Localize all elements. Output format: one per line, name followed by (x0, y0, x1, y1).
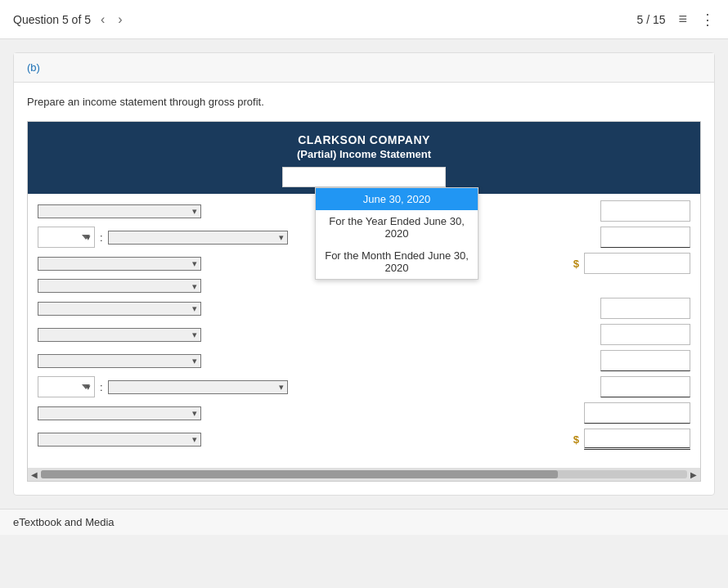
row2-sel-large-wrap (108, 231, 288, 245)
stmt-row-8: : (38, 376, 690, 397)
row2-dropdown-small[interactable] (38, 227, 95, 248)
header-right: 5 / 15 ≡ ⋮ (636, 11, 715, 29)
row3-sel-wrap (38, 257, 201, 271)
row2-dropdown-large[interactable] (108, 231, 288, 245)
row4-dropdown[interactable] (38, 279, 201, 293)
nav-back-button[interactable]: ‹ (97, 11, 108, 29)
row4-sel-wrap (38, 279, 201, 293)
date-option-0[interactable]: June 30, 2020 (316, 188, 478, 210)
statement-header: CLARKSON COMPANY (Partial) Income Statem… (28, 122, 700, 194)
row8-input[interactable] (600, 376, 690, 397)
nav-forward-button[interactable]: › (115, 11, 125, 29)
row5-sel-wrap (38, 302, 201, 316)
scroll-left-arrow[interactable]: ◀ (31, 470, 38, 479)
date-selector-container: June 30, 2020 For the Year Ended June 30… (282, 167, 446, 187)
row10-input[interactable] (584, 429, 690, 450)
row3-dollar: $ (573, 258, 579, 270)
row8-colon: : (100, 381, 103, 393)
stmt-row-4 (38, 279, 690, 293)
row6-sel-wrap (38, 328, 201, 342)
main-content: (b) Prepare an income statement through … (0, 39, 728, 509)
scroll-right-arrow[interactable]: ▶ (690, 470, 697, 479)
company-name: CLARKSON COMPANY (38, 133, 690, 146)
row3-dropdown[interactable] (38, 257, 201, 271)
section-label: (b) (14, 53, 714, 83)
list-icon-button[interactable]: ≡ (678, 11, 687, 28)
row8-sel-small-wrap (38, 376, 95, 397)
footer-label: eTextbook and Media (13, 516, 115, 528)
scroll-thumb[interactable] (41, 470, 558, 478)
row1-sel-wrap (38, 204, 201, 218)
row2-colon: : (100, 231, 103, 244)
row7-dropdown[interactable] (38, 354, 201, 368)
card-body: Prepare an income statement through gros… (14, 83, 714, 495)
row10-dollar: $ (573, 433, 579, 446)
header-left: Question 5 of 5 ‹ › (13, 11, 126, 29)
question-label: Question 5 of 5 (13, 13, 91, 26)
footer-bar: eTextbook and Media (0, 509, 728, 535)
row2-sel-small-wrap (38, 227, 95, 248)
row6-dropdown[interactable] (38, 328, 201, 342)
row7-input[interactable] (600, 350, 690, 371)
stmt-row-6 (38, 324, 690, 345)
row8-dropdown-small[interactable] (38, 376, 95, 397)
row9-sel-wrap (38, 406, 201, 420)
row5-dropdown[interactable] (38, 302, 201, 316)
date-option-2[interactable]: For the Month Ended June 30, 2020 (316, 245, 478, 279)
more-icon: ⋮ (700, 11, 715, 28)
stmt-row-10: $ (38, 429, 690, 450)
row2-input[interactable] (600, 227, 690, 248)
row9-input[interactable] (584, 402, 690, 424)
row8-sel-large-wrap (108, 380, 288, 394)
row9-dropdown[interactable] (38, 406, 201, 420)
scroll-track[interactable] (41, 470, 687, 478)
date-dropdown[interactable] (282, 167, 446, 187)
row6-input[interactable] (600, 324, 690, 345)
row10-sel-wrap (38, 433, 201, 447)
list-icon: ≡ (678, 11, 687, 27)
row1-dropdown[interactable] (38, 204, 201, 218)
row1-input[interactable] (600, 200, 690, 222)
stmt-row-7 (38, 350, 690, 371)
row7-sel-wrap (38, 354, 201, 368)
horizontal-scrollbar[interactable]: ◀ ▶ (28, 468, 700, 481)
date-dropdown-wrap: June 30, 2020 For the Year Ended June 30… (38, 167, 690, 187)
instruction-text: Prepare an income statement through gros… (27, 96, 701, 108)
stmt-row-5 (38, 298, 690, 319)
row8-dropdown-large[interactable] (108, 380, 288, 394)
question-card: (b) Prepare an income statement through … (13, 52, 715, 496)
more-options-button[interactable]: ⋮ (700, 11, 715, 29)
stmt-row-9 (38, 402, 690, 424)
date-option-1[interactable]: For the Year Ended June 30, 2020 (316, 210, 478, 245)
header-bar: Question 5 of 5 ‹ › 5 / 15 ≡ ⋮ (0, 0, 728, 39)
statement-container: CLARKSON COMPANY (Partial) Income Statem… (27, 121, 701, 482)
row3-input[interactable] (584, 253, 690, 274)
progress-text: 5 / 15 (636, 13, 665, 26)
statement-subtitle: (Partial) Income Statement (38, 148, 690, 160)
date-dropdown-popup: June 30, 2020 For the Year Ended June 30… (315, 187, 479, 280)
row5-input[interactable] (600, 298, 690, 319)
row10-dropdown[interactable] (38, 433, 201, 447)
